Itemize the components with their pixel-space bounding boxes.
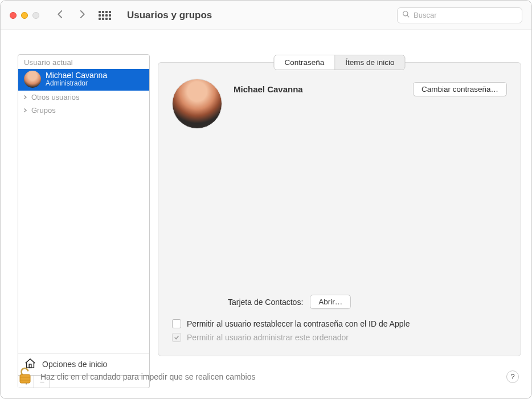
zoom-window-button[interactable] (32, 12, 39, 19)
main-panel: Contraseña Ítems de inicio Michael Cavan… (158, 62, 521, 356)
window-title: Usuarios y grupos (127, 10, 212, 21)
current-user-role: Administrador (46, 80, 107, 87)
minimize-window-button[interactable] (21, 12, 28, 19)
current-user-section-label: Usuario actual (18, 55, 149, 69)
allow-admin-row: Permitir al usuario administrar este ord… (172, 331, 507, 344)
users-list: Usuario actual Michael Cavanna Administr… (18, 54, 150, 353)
svg-line-1 (407, 15, 409, 17)
tab-password[interactable]: Contraseña (274, 55, 334, 70)
svg-rect-3 (20, 374, 30, 383)
reset-with-apple-id-checkbox[interactable] (172, 319, 181, 328)
current-user-row[interactable]: Michael Cavanna Administrador (18, 69, 149, 91)
reset-with-apple-id-row[interactable]: Permitir al usuario restablecer la contr… (172, 317, 507, 331)
tab-login-items[interactable]: Ítems de inicio (335, 55, 404, 70)
lock-icon[interactable] (18, 367, 32, 386)
nav-arrows (55, 9, 87, 21)
main-content: Contraseña Ítems de inicio Michael Cavan… (158, 54, 521, 388)
sidebar-item-groups[interactable]: Grupos (18, 104, 149, 117)
allow-admin-checkbox (172, 333, 181, 342)
search-field[interactable] (397, 7, 522, 23)
lock-text: Haz clic en el candado para impedir que … (40, 372, 255, 381)
reset-with-apple-id-label: Permitir al usuario restablecer la contr… (187, 319, 410, 328)
users-sidebar: Usuario actual Michael Cavanna Administr… (18, 54, 150, 388)
user-display-name: Michael Cavanna (234, 84, 402, 94)
window-toolbar: Usuarios y grupos (1, 1, 531, 30)
svg-point-0 (403, 11, 408, 16)
contacts-card-label: Tarjeta de Contactos: (228, 298, 303, 307)
close-window-button[interactable] (10, 12, 17, 19)
current-user-name: Michael Cavanna (46, 71, 107, 80)
allow-admin-label: Permitir al usuario administrar este ord… (187, 333, 349, 342)
sidebar-item-label: Otros usuarios (31, 93, 80, 101)
show-all-prefs-button[interactable] (99, 11, 111, 20)
chevron-right-icon (23, 93, 28, 101)
user-avatar-large[interactable] (172, 79, 222, 129)
window-controls (10, 12, 39, 19)
lock-footer: Haz clic en el candado para impedir que … (18, 367, 519, 386)
forward-button[interactable] (77, 9, 87, 21)
search-input[interactable] (414, 11, 517, 19)
user-header: Michael Cavanna Cambiar contraseña… (172, 79, 507, 129)
tab-control: Contraseña Ítems de inicio (273, 55, 405, 70)
change-password-button[interactable]: Cambiar contraseña… (413, 82, 507, 96)
sidebar-item-label: Grupos (31, 106, 56, 115)
sidebar-item-other-users[interactable]: Otros usuarios (18, 91, 149, 104)
help-button[interactable]: ? (506, 370, 519, 383)
search-icon (402, 10, 410, 20)
open-contacts-card-button[interactable]: Abrir… (310, 295, 351, 309)
contacts-card-row: Tarjeta de Contactos: Abrir… (172, 295, 507, 309)
chevron-right-icon (23, 106, 28, 115)
user-avatar-icon (24, 71, 41, 88)
back-button[interactable] (55, 9, 66, 21)
